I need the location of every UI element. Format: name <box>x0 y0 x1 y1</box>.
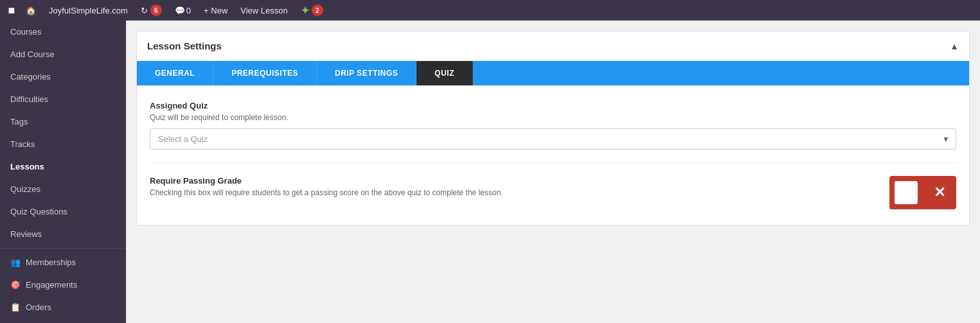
difficulties-label: Difficulties <box>10 94 48 104</box>
orders-label: Orders <box>26 302 51 312</box>
engagements-icon: 🎯 <box>10 280 21 290</box>
main-layout: Courses Add Course Categories Difficulti… <box>0 21 980 323</box>
tabs-bar: GENERAL PREREQUISITES DRIP SETTINGS QUIZ <box>137 61 969 85</box>
quiz-select[interactable]: Select a Quiz <box>150 128 956 150</box>
check-button[interactable] <box>889 176 923 209</box>
assigned-quiz-desc: Quiz will be required to complete lesson… <box>150 113 956 122</box>
section-divider <box>150 162 956 163</box>
quiz-questions-label: Quiz Questions <box>10 207 67 216</box>
orders-icon: 📋 <box>10 302 21 312</box>
sidebar-item-reviews[interactable]: Reviews <box>0 223 126 245</box>
comments-count: 0 <box>186 6 191 15</box>
tab-drip-settings[interactable]: DRIP SETTINGS <box>317 61 416 85</box>
sidebar-item-tracks[interactable]: Tracks <box>0 133 126 155</box>
panel-header: Lesson Settings ▲ <box>137 31 969 61</box>
sidebar-item-quizzes[interactable]: Quizzes <box>0 178 126 200</box>
x-icon: ✕ <box>934 184 945 201</box>
new-item[interactable]: + New <box>199 0 233 21</box>
sidebar-section-orders[interactable]: 📋 Orders <box>0 296 126 319</box>
wp-logo-icon[interactable]: ■ <box>5 4 18 17</box>
tab-quiz[interactable]: QUIZ <box>416 61 473 85</box>
add-course-label: Add Course <box>10 49 55 59</box>
home-icon[interactable]: 🏠 <box>21 0 41 21</box>
assigned-quiz-title: Assigned Quiz <box>150 101 956 110</box>
quiz-select-wrapper: Select a Quiz ▼ <box>150 128 956 150</box>
comments-item[interactable]: 💬 0 <box>170 0 196 21</box>
comments-icon: 💬 <box>175 6 185 15</box>
tab-prerequisites[interactable]: PREREQUISITES <box>213 61 317 85</box>
sidebar: Courses Add Course Categories Difficulti… <box>0 21 126 323</box>
lesson-settings-panel: Lesson Settings ▲ GENERAL PREREQUISITES … <box>136 31 970 225</box>
plugin-icon: ✦ <box>301 4 309 17</box>
reviews-label: Reviews <box>10 229 42 239</box>
passing-grade-title: Require Passing Grade <box>150 176 879 186</box>
updates-icon: ↻ <box>141 6 148 15</box>
quizzes-label: Quizzes <box>10 184 40 194</box>
sidebar-item-tags[interactable]: Tags <box>0 110 126 133</box>
updates-item[interactable]: ↻ 6 <box>136 0 167 21</box>
sidebar-item-categories[interactable]: Categories <box>0 65 126 88</box>
site-name[interactable]: JoyfulSimpleLife.com <box>44 0 133 21</box>
sidebar-item-quiz-questions[interactable]: Quiz Questions <box>0 200 126 223</box>
cancel-button[interactable]: ✕ <box>923 176 956 209</box>
updates-badge: 6 <box>150 4 162 16</box>
categories-label: Categories <box>10 72 51 82</box>
sidebar-section-engagements[interactable]: 🎯 Engagements <box>0 274 126 296</box>
memberships-icon: 👥 <box>10 258 21 267</box>
passing-grade-text: Require Passing Grade Checking this box … <box>150 176 879 204</box>
action-buttons: ✕ <box>889 176 956 209</box>
passing-grade-desc: Checking this box will require students … <box>150 188 879 197</box>
passing-grade-section: Require Passing Grade Checking this box … <box>150 176 956 209</box>
panel-body: Assigned Quiz Quiz will be required to c… <box>137 85 969 225</box>
plugin-badge: 2 <box>312 4 323 16</box>
sidebar-item-add-course[interactable]: Add Course <box>0 43 126 65</box>
content-area: Lesson Settings ▲ GENERAL PREREQUISITES … <box>126 21 980 323</box>
sidebar-section-memberships[interactable]: 👥 Memberships <box>0 251 126 274</box>
view-lesson-link[interactable]: View Lesson <box>235 0 292 21</box>
courses-label: Courses <box>10 27 41 37</box>
lessons-label: Lessons <box>10 162 44 171</box>
collapse-button[interactable]: ▲ <box>950 41 959 51</box>
checkbox-inner <box>895 181 918 204</box>
sidebar-item-difficulties[interactable]: Difficulties <box>0 88 126 110</box>
plugin-item[interactable]: ✦ 2 <box>296 0 328 21</box>
sidebar-item-courses[interactable]: Courses <box>0 21 126 43</box>
tracks-label: Tracks <box>10 139 35 149</box>
tags-label: Tags <box>10 117 28 127</box>
engagements-label: Engagements <box>26 280 77 290</box>
tab-general[interactable]: GENERAL <box>137 61 213 85</box>
admin-bar: ■ 🏠 JoyfulSimpleLife.com ↻ 6 💬 0 + New V… <box>0 0 980 21</box>
memberships-label: Memberships <box>26 258 76 267</box>
sidebar-item-lessons[interactable]: Lessons <box>0 155 126 178</box>
panel-title: Lesson Settings <box>147 40 222 51</box>
assigned-quiz-section: Assigned Quiz Quiz will be required to c… <box>150 101 956 150</box>
sidebar-divider-1 <box>0 248 126 249</box>
